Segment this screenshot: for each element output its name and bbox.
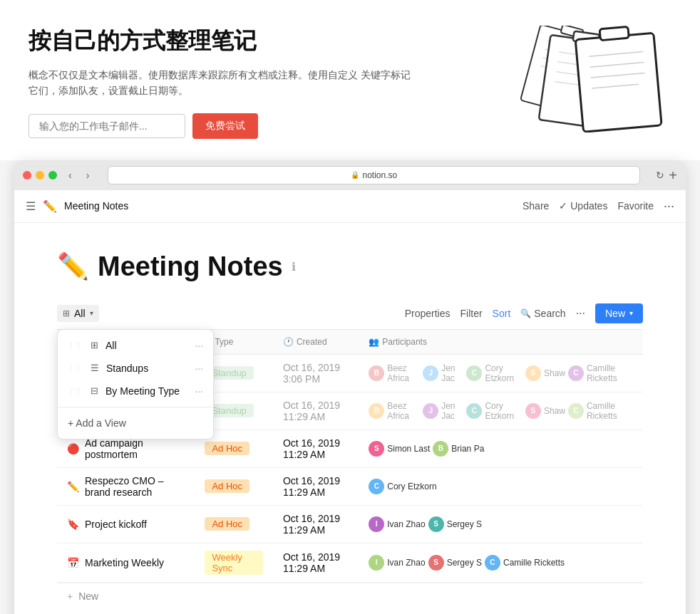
row-participants-cell: IIvan ZhaoSSergey SCCamille Ricketts [359, 543, 643, 582]
close-dot[interactable] [23, 171, 31, 179]
list-icon: ☰ [91, 363, 99, 373]
filter-button[interactable]: Filter [460, 308, 482, 319]
row-name-cell: 📅Marketing Weekly [57, 543, 195, 582]
row-name-text: Respeczo CMO – brand research [85, 475, 185, 498]
participant-name: Cory Etzkorn [485, 401, 522, 421]
row-type-cell: Ad Hoc [195, 467, 273, 505]
drag-handle-icon: ⋮⋮ [68, 387, 82, 395]
refresh-button[interactable]: ↻ [656, 170, 664, 181]
view-standups-more[interactable]: ··· [195, 363, 203, 374]
participant-name: Camille Ricketts [587, 363, 633, 383]
avatar: C [485, 555, 500, 571]
participant-name: Sergey S [447, 558, 482, 568]
row-participants-cell: CCory Etzkorn [359, 467, 643, 505]
maximize-dot[interactable] [48, 171, 57, 179]
new-label: New [605, 308, 625, 319]
participant-name: Beez Africa [387, 401, 420, 421]
new-row-plus-icon: + [67, 590, 73, 602]
hero-description: 概念不仅仅是文本编辑器。使用数据库来跟踪所有文档或注释。使用自定义 关键字标记它… [29, 67, 413, 99]
page-emoji: ✏️ [57, 251, 89, 281]
board-icon: ⊟ [91, 385, 98, 396]
view-all-more[interactable]: ··· [195, 340, 203, 351]
page-heading: ✏️ Meeting Notes ℹ [57, 251, 643, 282]
new-tab-button[interactable]: + [669, 168, 677, 182]
menu-icon[interactable]: ☰ [26, 199, 36, 213]
participant-name: Shaw [544, 368, 565, 378]
avatar: S [525, 403, 541, 419]
view-all-label: All [105, 340, 187, 351]
share-button[interactable]: Share [523, 200, 549, 212]
hero-title: 按自己的方式整理笔记 [29, 26, 413, 57]
row-name-cell: 🔖Project kickoff [57, 505, 195, 543]
participant-name: Beez Africa [387, 363, 420, 383]
view-by-meeting-type-label: By Meeting Type [105, 385, 187, 397]
notion-page: ☰ ✏️ Meeting Notes Share ✓ Updates Favor… [14, 190, 686, 614]
table-row[interactable]: ✏️Respeczo CMO – brand researchAd HocOct… [57, 467, 643, 505]
avatar: C [466, 365, 482, 381]
participant-name: Ivan Zhao [387, 519, 425, 529]
participant-name: Camille Ricketts [587, 401, 633, 421]
forward-button[interactable]: › [83, 168, 93, 182]
table-row[interactable]: 🔖Project kickoffAd HocOct 16, 2019 11:29… [57, 505, 643, 543]
info-icon[interactable]: ℹ [292, 260, 296, 274]
cta-button[interactable]: 免费尝试 [192, 113, 258, 139]
new-button[interactable]: New ▾ [595, 303, 643, 323]
participants-column-header: 👥Participants [359, 330, 643, 355]
avatar: J [423, 403, 438, 419]
notion-content: ✏️ Meeting Notes ℹ ⊞ All ▾ ⋮⋮ ⊞ All [14, 223, 686, 614]
view-option-all[interactable]: ⋮⋮ ⊞ All ··· [58, 334, 213, 357]
row-created-cell: Oct 16, 2019 11:29 AM [273, 430, 359, 467]
url-bar[interactable]: 🔒 notion.so [108, 166, 640, 184]
notion-toolbar: ☰ ✏️ Meeting Notes Share ✓ Updates Favor… [14, 190, 686, 223]
row-participants-cell: IIvan ZhaoSSergey S [359, 505, 643, 543]
avatar: S [428, 555, 444, 571]
participant-name: Jen Jac [441, 401, 463, 421]
browser-window: ‹ › 🔒 notion.so ↻ + ☰ ✏️ Meeting Notes S… [14, 160, 686, 614]
add-view-button[interactable]: + Add a View [58, 412, 213, 435]
row-created-cell: Oct 16, 2019 3:06 PM [273, 354, 359, 392]
drag-handle-icon: ⋮⋮ [68, 364, 82, 372]
properties-button[interactable]: Properties [405, 308, 451, 319]
avatar: B [433, 441, 448, 457]
email-input[interactable] [29, 114, 185, 138]
hero-left: 按自己的方式整理笔记 概念不仅仅是文本编辑器。使用数据库来跟踪所有文档或注释。使… [29, 26, 413, 139]
row-name-text: Project kickoff [85, 519, 147, 530]
sort-button[interactable]: Sort [493, 308, 511, 319]
row-name-text: Ad campaign postmortem [85, 437, 185, 460]
more-options-button[interactable]: ··· [664, 199, 674, 214]
participant-name: Camille Ricketts [503, 558, 565, 568]
minimize-dot[interactable] [36, 171, 44, 179]
pencil-icon: ✏️ [43, 199, 57, 213]
add-new-row[interactable]: + New [57, 583, 643, 609]
back-button[interactable]: ‹ [66, 168, 75, 182]
row-created-cell: Oct 16, 2019 11:29 AM [273, 543, 359, 582]
view-more-actions[interactable]: ··· [576, 307, 585, 320]
participant-name: Brian Pa [451, 444, 484, 454]
view-option-by-meeting-type[interactable]: ⋮⋮ ⊟ By Meeting Type ··· [58, 380, 213, 402]
current-view-label: All [74, 308, 86, 319]
chevron-down-icon: ▾ [90, 309, 93, 317]
view-option-standups[interactable]: ⋮⋮ ☰ Standups ··· [58, 357, 213, 380]
favorite-button[interactable]: Favorite [617, 200, 654, 212]
drag-handle-icon: ⋮⋮ [68, 341, 82, 349]
row-created-cell: Oct 16, 2019 11:29 AM [273, 505, 359, 543]
search-label: Search [534, 308, 565, 319]
row-participants-cell: SSimon LastBBrian Pa [359, 430, 643, 467]
created-column-header: 🕐Created [273, 330, 359, 355]
table-row[interactable]: 📅Marketing WeeklyWeekly SyncOct 16, 2019… [57, 543, 643, 582]
participant-name: Simon Last [387, 444, 430, 454]
row-name-text: Marketing Weekly [85, 557, 164, 568]
updates-button[interactable]: ✓ Updates [559, 200, 607, 212]
avatar: B [369, 365, 384, 381]
avatar: I [369, 516, 384, 532]
participant-name: Sergey S [447, 519, 482, 529]
new-chevron-icon: ▾ [629, 309, 633, 317]
view-selector[interactable]: ⊞ All ▾ [57, 305, 99, 322]
participant-name: Shaw [544, 406, 565, 416]
avatar: S [525, 365, 541, 381]
grid-icon: ⊞ [91, 340, 98, 350]
view-by-meeting-type-more[interactable]: ··· [195, 385, 203, 397]
toolbar-right: Share ✓ Updates Favorite ··· [523, 199, 674, 214]
avatar: I [369, 555, 384, 571]
search-action[interactable]: 🔍 Search [520, 308, 565, 319]
